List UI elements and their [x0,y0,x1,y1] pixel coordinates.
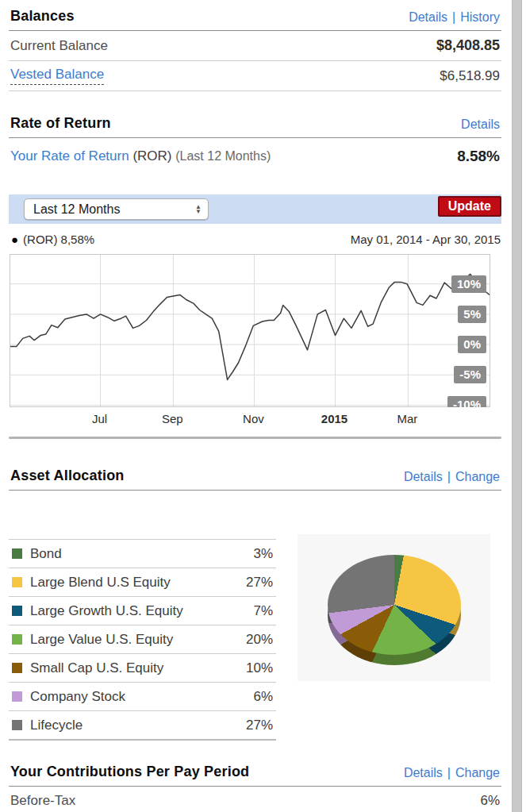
x-axis-label: Mar [379,412,435,425]
rate-of-return-links: Details [461,117,500,132]
bond-swatch-icon [12,548,22,559]
asset-value: 10% [246,660,273,676]
asset-allocation-pie-chart [328,555,461,655]
chart-date-range: May 01, 2014 - Apr 30, 2015 [351,233,501,246]
contributions-header: Your Contributions Per Pay Period Detail… [9,764,501,787]
asset-label: Large Value U.S. Equity [30,632,246,648]
series-label: (ROR) 8,58% [23,233,94,246]
current-balance-value: $8,408.85 [436,37,500,54]
series-dot-icon: ● [11,233,18,246]
table-row: Large Value U.S. Equity 20% [9,625,276,653]
balances-title: Balances [10,8,75,25]
small-cap-swatch-icon [12,663,22,673]
x-axis-label: Jul [72,412,128,425]
table-row: Lifecycle 27% [9,710,276,739]
time-period-select-value: Last 12 Months [33,202,120,217]
y-axis-badge: -5% [454,366,486,383]
time-period-select[interactable]: Last 12 Months ▲▼ [24,198,209,220]
chart-toolbar: Last 12 Months ▲▼ Update [9,194,501,224]
x-axis-label: Sep [144,412,200,425]
before-tax-value: 6% [480,793,500,809]
before-tax-row: Before-Tax 6% [9,787,501,812]
large-value-swatch-icon [12,634,22,645]
table-row: Small Cap U.S. Equity 10% [9,653,276,682]
contributions-details-link[interactable]: Details [404,766,443,779]
asset-allocation-links: Details|Change [404,470,500,484]
asset-allocation-header: Asset Allocation Details|Change [9,468,501,491]
chart-x-axis-labels: JulSepNov2015Mar [10,407,490,431]
y-axis-badge: 5% [458,306,486,323]
asset-allocation-title: Asset Allocation [10,468,125,484]
asset-allocation-details-link[interactable]: Details [404,470,443,483]
asset-value: 20% [246,632,273,648]
ror-period: (Last 12 Months) [175,149,271,163]
current-balance-row: Current Balance $8,408.85 [9,31,501,61]
balances-history-link[interactable]: History [460,10,500,24]
y-axis-badge: 0% [458,336,486,353]
large-growth-swatch-icon [12,606,22,616]
balances-header: Balances Details|History [9,0,501,31]
asset-label: Large Blend U.S Equity [30,575,246,591]
vested-balance-row: Vested Balance $6,518.99 [9,61,501,91]
asset-value: 3% [253,546,273,562]
asset-allocation-pie-panel [298,534,490,681]
table-row: Company Stock 6% [9,682,276,710]
rate-of-return-header: Rate of Return Details [9,115,501,138]
asset-value: 7% [253,603,273,619]
ror-abbrev: (ROR) [132,148,171,164]
ror-line-chart: 10%5%0%-5%-10% [10,254,490,407]
lifecycle-swatch-icon [12,720,22,730]
balances-links: Details|History [409,10,500,25]
rate-of-return-title: Rate of Return [10,115,111,132]
before-tax-label: Before-Tax [10,793,75,809]
asset-value: 27% [246,718,273,733]
asset-label: Bond [30,546,253,562]
ror-summary-label: Your Rate of Return (ROR) (Last 12 Month… [10,148,271,164]
ror-value: 8.58% [457,148,500,165]
asset-label: Small Cap U.S. Equity [30,660,246,676]
asset-allocation-change-link[interactable]: Change [455,470,500,483]
contributions-change-link[interactable]: Change [455,766,500,779]
contributions-links: Details|Change [404,766,500,780]
account-dashboard: Balances Details|History Current Balance… [0,0,526,812]
x-axis-label: 2015 [307,412,363,425]
asset-value: 6% [253,689,273,705]
link-separator: | [452,10,455,24]
asset-allocation-table: Bond 3% Large Blend U.S Equity 27% Large… [9,539,276,741]
large-blend-swatch-icon [12,577,22,587]
link-separator: | [447,766,451,779]
ror-summary-row: Your Rate of Return (ROR) (Last 12 Month… [9,138,501,175]
table-row: Large Growth U.S. Equity 7% [9,596,276,625]
asset-value: 27% [246,575,273,591]
table-row: Large Blend U.S Equity 27% [9,568,276,596]
vertical-scrollbar[interactable] [512,0,522,812]
your-rate-of-return-link[interactable]: Your Rate of Return [10,148,129,164]
company-stock-swatch-icon [12,691,22,702]
current-balance-label: Current Balance [10,38,108,54]
asset-label: Company Stock [30,689,253,705]
asset-label: Lifecycle [30,718,246,733]
vested-balance-link[interactable]: Vested Balance [10,67,104,85]
asset-label: Large Growth U.S. Equity [30,603,253,619]
contributions-title: Your Contributions Per Pay Period [10,764,249,780]
x-axis-label: Nov [225,412,281,425]
vested-balance-value: $6,518.99 [440,68,500,84]
section-divider [9,437,501,439]
select-updown-icon: ▲▼ [195,205,202,214]
chart-legend-row: ●(ROR) 8,58% May 01, 2014 - Apr 30, 2015 [9,224,501,254]
table-row: Bond 3% [9,539,276,568]
ror-chart-widget: Last 12 Months ▲▼ Update ●(ROR) 8,58% Ma… [9,194,501,439]
update-button[interactable]: Update [438,196,501,217]
link-separator: | [447,470,451,483]
balances-details-link[interactable]: Details [409,10,447,24]
chart-legend-series: ●(ROR) 8,58% [11,233,94,246]
rate-of-return-details-link[interactable]: Details [461,117,500,131]
y-axis-badge: 10% [451,275,486,293]
